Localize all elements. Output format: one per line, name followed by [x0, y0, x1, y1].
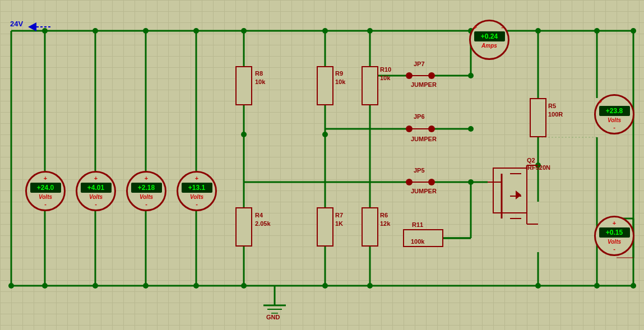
r8-value: 10k [255, 78, 265, 85]
meter-v3-display: +2.18 [131, 183, 162, 193]
meter-v1-plus: + [44, 175, 47, 182]
svg-point-47 [143, 28, 149, 34]
meter-v4-plus: + [195, 175, 198, 182]
meter-v3: + +2.18 Volts - [126, 171, 166, 211]
meter-amps-plus: + [474, 24, 477, 30]
resistor-r4 [235, 207, 252, 247]
voltage-arrow [28, 21, 50, 32]
svg-point-62 [322, 283, 328, 289]
svg-point-71 [468, 179, 474, 185]
r5-label: R5 [548, 103, 556, 109]
meter-v4-display: +13.1 [182, 183, 212, 193]
r5-value: 100R [548, 111, 563, 118]
meter-v7-plus: + [608, 220, 622, 226]
meter-v2-plus: + [94, 175, 98, 182]
meter-v6-unit: Volts [608, 117, 621, 123]
meter-v4-minus: - [196, 201, 198, 207]
meter-v3-unit: Volts [140, 194, 153, 200]
meter-v7-unit: Volts [608, 239, 621, 245]
meter-v3-minus: - [145, 201, 147, 207]
svg-point-56 [8, 283, 14, 289]
meter-v1-minus: - [44, 201, 47, 207]
meter-v7-minus: - [608, 245, 622, 252]
svg-point-60 [193, 283, 199, 289]
svg-point-51 [367, 28, 373, 34]
jp5-label: JP5 [414, 167, 425, 174]
svg-rect-82 [493, 168, 527, 213]
r6-value: 12k [380, 220, 390, 227]
svg-point-61 [241, 283, 247, 289]
jp7-text: JUMPER [411, 81, 437, 88]
r8-label: R8 [255, 70, 263, 77]
r9-label: R9 [335, 70, 343, 77]
meter-v1-unit: Volts [39, 194, 52, 200]
resistor-r10 [362, 66, 378, 105]
svg-point-63 [367, 283, 373, 289]
svg-marker-102 [28, 22, 36, 31]
svg-point-59 [143, 283, 149, 289]
meter-v2-unit: Volts [89, 194, 103, 200]
resistor-r5 [530, 98, 546, 137]
r4-value: 2.05k [255, 220, 271, 227]
svg-point-50 [322, 28, 328, 34]
q2-label: Q2 [527, 157, 535, 164]
r7-value: 1K [335, 220, 343, 227]
jp5-text: JUMPER [411, 188, 437, 194]
r10-value: 10k [380, 75, 390, 81]
svg-point-46 [92, 28, 98, 34]
svg-point-66 [631, 283, 636, 289]
r7-label: R7 [335, 212, 343, 219]
meter-v4-unit: Volts [190, 194, 203, 200]
meter-amps: + - +0.24 Amps [469, 20, 509, 60]
meter-v6-display: +23.8 [599, 106, 630, 116]
meter-amps-display: +0.24 [474, 31, 505, 41]
meter-amps-minus-top: - [501, 24, 503, 30]
jp6-label: JP6 [414, 113, 425, 120]
svg-point-55 [631, 28, 636, 34]
r11-value: 100k [411, 238, 424, 245]
svg-point-57 [42, 283, 48, 289]
r9-value: 10k [335, 78, 345, 85]
meter-amps-unit: Amps [481, 43, 497, 49]
meter-v3-plus: + [145, 175, 148, 182]
meter-v1: + +24.0 Volts - [25, 171, 66, 211]
meter-v2-display: +4.01 [81, 183, 112, 193]
meter-v1-display: +24.0 [30, 183, 61, 193]
svg-point-64 [535, 283, 541, 289]
svg-point-58 [92, 283, 98, 289]
resistor-r8 [235, 66, 252, 105]
voltage-label: 24V [10, 20, 23, 28]
svg-point-70 [468, 126, 474, 132]
r6-label: R6 [380, 212, 388, 219]
resistor-r9 [317, 66, 333, 105]
svg-point-49 [241, 28, 247, 34]
resistor-r7 [317, 207, 333, 247]
meter-v7: + +0.15 Volts - [594, 216, 634, 256]
r11-label: R11 [412, 221, 423, 228]
meter-v6: + +23.8 Volts - [594, 94, 634, 134]
svg-point-65 [594, 283, 600, 289]
meter-v7-display: +0.15 [599, 227, 630, 238]
svg-point-54 [594, 28, 600, 34]
resistor-r6 [362, 207, 378, 247]
meter-v6-minus: - [613, 124, 615, 131]
svg-point-67 [241, 132, 247, 137]
svg-point-69 [468, 73, 474, 78]
meter-v2: + +4.01 Volts - [76, 171, 116, 211]
jp6-text: JUMPER [411, 136, 437, 142]
q2-value: IRF520N [526, 164, 550, 171]
jp7-label: JP7 [414, 61, 425, 67]
gnd-label: GND [266, 314, 280, 320]
meter-v4: + +13.1 Volts - [177, 171, 217, 211]
meter-v2-minus: - [95, 201, 97, 207]
svg-point-68 [322, 132, 328, 137]
r4-label: R4 [255, 212, 263, 219]
svg-point-48 [193, 28, 199, 34]
r10-label: R10 [380, 66, 391, 73]
svg-point-53 [535, 28, 541, 34]
meter-v6-plus: + [599, 98, 602, 105]
